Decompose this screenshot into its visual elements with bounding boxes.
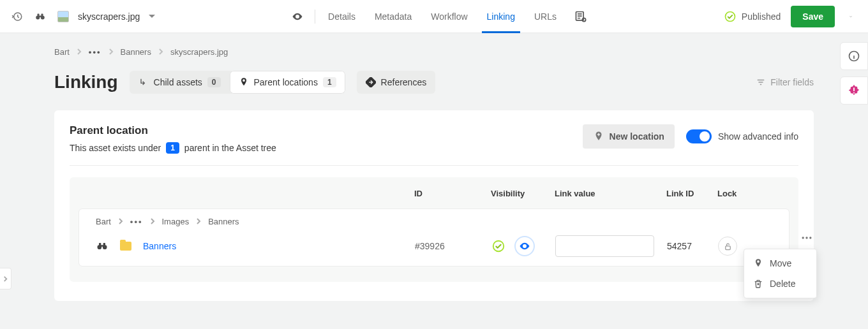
table-row: Bart ••• Images Banners Banners <box>79 208 789 267</box>
move-pin-icon <box>753 258 763 268</box>
svg-rect-13 <box>101 245 104 247</box>
parent-location-panel: Parent location This asset exists under … <box>54 110 814 301</box>
add-location-icon <box>593 131 604 142</box>
content-area: Bart ••• Banners skyscrapers.jpg Linking… <box>0 33 868 301</box>
save-button[interactable]: Save <box>791 6 835 27</box>
row-more-icon[interactable] <box>800 231 813 244</box>
tab-linking[interactable]: Linking <box>486 0 516 33</box>
breadcrumb-root[interactable]: Bart <box>54 47 70 57</box>
child-count-badge: 0 <box>207 77 221 87</box>
svg-rect-24 <box>853 92 855 94</box>
lock-toggle[interactable] <box>718 237 737 256</box>
file-title[interactable]: skyscrapers.jpg <box>57 11 155 22</box>
row-name-link[interactable]: Banners <box>143 241 176 251</box>
table-header-row: ID Visibility Link value Link ID Lock <box>79 184 789 208</box>
linking-segmented-control: Child assets 0 Parent locations 1 <box>130 71 345 94</box>
svg-point-21 <box>809 237 811 238</box>
breadcrumb-mid[interactable]: Banners <box>121 47 151 57</box>
save-more-icon[interactable] <box>845 11 857 22</box>
svg-point-20 <box>805 237 807 238</box>
link-value-input[interactable] <box>555 235 654 257</box>
status-check-icon <box>491 239 505 253</box>
tab-details[interactable]: Details <box>327 0 357 33</box>
svg-point-6 <box>297 15 299 17</box>
svg-rect-18 <box>725 245 730 249</box>
svg-rect-14 <box>99 243 101 245</box>
svg-point-17 <box>524 245 526 247</box>
pill-child-assets[interactable]: Child assets 0 <box>130 71 230 94</box>
row-link-id: 54257 <box>667 241 718 251</box>
new-location-button[interactable]: New location <box>583 124 675 149</box>
locations-table: ID Visibility Link value Link ID Lock Ba… <box>70 177 798 282</box>
row-ellipsis[interactable]: ••• <box>130 217 143 226</box>
filename-label: skyscrapers.jpg <box>78 11 140 22</box>
parent-count-chip: 1 <box>166 142 179 154</box>
child-assets-icon <box>138 77 149 87</box>
panel-title: Parent location <box>70 124 583 137</box>
tab-metadata[interactable]: Metadata <box>373 0 413 33</box>
col-id: ID <box>414 189 491 198</box>
chevron-right-icon <box>117 217 124 226</box>
chevron-right-icon <box>76 47 82 57</box>
menu-move[interactable]: Move <box>744 253 816 274</box>
chevron-right-icon <box>108 47 114 57</box>
menu-delete[interactable]: Delete <box>744 274 816 294</box>
folder-icon <box>120 242 131 251</box>
publish-status-label: Published <box>742 11 781 22</box>
info-flap[interactable] <box>840 42 868 70</box>
svg-rect-23 <box>853 87 855 91</box>
col-link-value: Link value <box>555 189 666 198</box>
tab-urls[interactable]: URLs <box>533 0 558 33</box>
history-icon[interactable] <box>11 11 23 22</box>
svg-point-19 <box>802 237 804 238</box>
show-advanced-toggle[interactable]: Show advanced info <box>686 129 798 143</box>
panel-subtitle: This asset exists under 1 parent in the … <box>70 142 583 154</box>
pill-parent-locations[interactable]: Parent locations 1 <box>230 71 345 94</box>
location-pin-icon <box>239 77 249 87</box>
col-visibility: Visibility <box>491 189 555 198</box>
breadcrumb-leaf: skyscrapers.jpg <box>170 47 228 57</box>
page-title: Linking <box>54 72 118 92</box>
svg-rect-15 <box>103 243 105 245</box>
references-icon <box>366 77 376 87</box>
settings-list-icon[interactable] <box>574 10 587 23</box>
row-breadcrumb: Bart ••• Images Banners <box>96 217 772 226</box>
main-tabs: Details Metadata Workflow Linking URLs <box>327 0 558 33</box>
parent-count-badge: 1 <box>323 77 336 87</box>
toggle-switch-icon[interactable] <box>686 129 712 143</box>
alert-flap[interactable] <box>840 77 868 105</box>
row-id: #39926 <box>415 241 491 251</box>
published-check-icon <box>724 10 737 23</box>
preview-eye-icon[interactable] <box>292 11 303 22</box>
tab-workflow[interactable]: Workflow <box>430 0 468 33</box>
pill-references[interactable]: References <box>357 71 436 94</box>
breadcrumb-ellipsis[interactable]: ••• <box>89 47 101 57</box>
visibility-toggle[interactable] <box>514 236 535 256</box>
publish-status: Published <box>724 10 781 23</box>
chevron-right-icon <box>195 217 202 226</box>
row-actions-menu: Move Delete <box>744 249 817 298</box>
side-flaps <box>840 42 868 105</box>
col-link-id: Link ID <box>666 189 717 198</box>
trash-icon <box>753 279 763 289</box>
topbar: skyscrapers.jpg Details Metadata Workflo… <box>0 0 868 33</box>
svg-rect-4 <box>38 13 40 16</box>
dropdown-caret-icon[interactable] <box>149 13 155 20</box>
svg-rect-5 <box>41 13 43 16</box>
filter-icon <box>756 78 765 87</box>
filter-fields-button[interactable]: Filter fields <box>756 77 814 87</box>
sidebar-expand-handle[interactable] <box>0 268 11 289</box>
binoculars-icon[interactable] <box>34 11 46 22</box>
breadcrumb: Bart ••• Banners skyscrapers.jpg <box>54 47 814 57</box>
chevron-right-icon <box>149 217 156 226</box>
chevron-right-icon <box>158 47 164 57</box>
svg-rect-3 <box>39 15 42 17</box>
file-thumbnail-icon <box>57 11 69 22</box>
binoculars-icon[interactable] <box>96 240 108 252</box>
col-lock: Lock <box>717 189 756 198</box>
